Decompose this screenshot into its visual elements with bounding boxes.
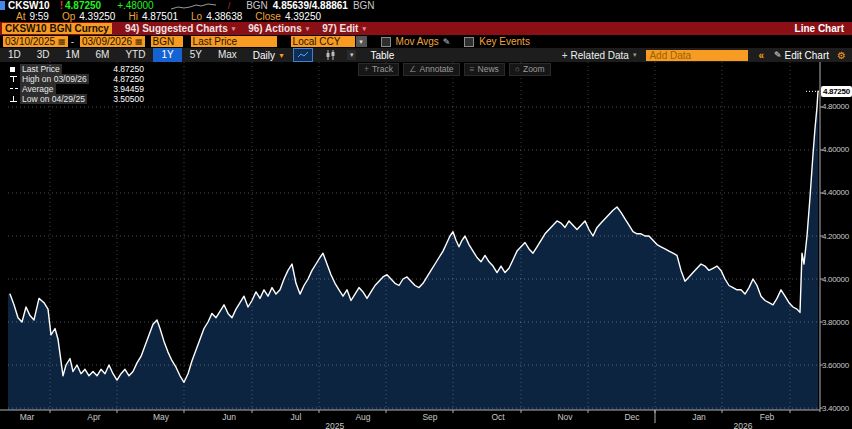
bloomberg-terminal-window: { "colors":{"amber":"#f0a33c","orange_bo…: [0, 0, 852, 429]
legend-label: High on 03/09/26: [20, 74, 89, 84]
x-axis-year-label: 2025: [325, 421, 344, 429]
security-box[interactable]: CKSW10 BGN Curncy: [2, 23, 112, 34]
currency-selector[interactable]: Local CCY: [291, 36, 355, 47]
legend-row: Average3.94459: [10, 84, 144, 94]
y-axis-tick-label: 4.00000: [822, 275, 849, 284]
legend-value: 4.87250: [113, 74, 144, 84]
quote-stat: Op4.39250: [62, 11, 116, 22]
legend-row: Last Price4.87250: [10, 64, 144, 74]
menu-item--suggested-charts[interactable]: 94) Suggested Charts▾: [125, 23, 235, 34]
price-field-selector[interactable]: Last Price: [191, 36, 277, 47]
frequency-selector[interactable]: Daily ▼: [253, 50, 285, 61]
frequency-value: Daily: [253, 50, 275, 61]
chart-type-dropdown-icon[interactable]: ▾: [347, 50, 357, 60]
price-direction-icon: !: [60, 0, 63, 11]
x-axis-month-label: Feb: [760, 412, 775, 422]
menu-item--actions[interactable]: 96) Actions▾: [248, 23, 309, 34]
last-price: 4.87250: [65, 0, 101, 11]
zoom-button[interactable]: ○Zoom: [509, 63, 551, 76]
currency-dropdown-caret-icon[interactable]: ▾: [356, 36, 367, 47]
line-chart-type-button[interactable]: [293, 48, 313, 62]
news-label: News: [478, 64, 499, 75]
key-events-label[interactable]: Key Events: [479, 36, 530, 47]
x-axis-month-label: Mar: [20, 412, 35, 422]
tab-1y[interactable]: 1Y: [153, 48, 181, 62]
tab-max[interactable]: Max: [210, 48, 245, 62]
collapse-panel-icon[interactable]: «: [758, 50, 764, 61]
topbar-stats: At9:59Op4.39250Hi4.87501Lo4.38638Close4.…: [8, 11, 852, 22]
quote-stat-value: 4.87501: [142, 11, 178, 22]
menu-item--edit[interactable]: 97) Edit▾: [322, 23, 366, 34]
plus-icon: +: [562, 50, 568, 61]
menu-items: 94) Suggested Charts▾96) Actions▾97) Edi…: [112, 23, 366, 34]
candle-chart-type-button[interactable]: [321, 49, 339, 61]
add-data-input[interactable]: Add Data: [646, 50, 748, 61]
related-data-caret-icon: ▾: [633, 51, 637, 59]
related-data-button[interactable]: + Related Data ▾: [562, 50, 637, 61]
legend-value: 3.50500: [113, 94, 144, 104]
low-marker-icon: [10, 95, 20, 103]
news-button[interactable]: ≡News: [464, 63, 505, 76]
pricing-source-field[interactable]: BGN: [151, 36, 183, 47]
mov-avgs-checkbox[interactable]: [381, 37, 391, 47]
period-toolbar: 1D3D1M6MYTD1Y5YMax Daily ▼ ▾ Table + Rel…: [0, 48, 852, 62]
quote-stat-value: 4.38638: [206, 11, 242, 22]
window-handle-icon: [0, 1, 5, 10]
x-axis-month-label: Dec: [624, 412, 639, 422]
y-axis-tick-label: 4.80000: [822, 102, 849, 111]
news-icon: ≡: [470, 64, 475, 75]
mov-avgs-label[interactable]: Mov Avgs: [396, 36, 439, 47]
price-line-chart[interactable]: [0, 62, 852, 429]
tab-6m[interactable]: 6M: [88, 48, 118, 62]
track-label: Track: [372, 64, 393, 75]
dropdown-caret-icon: ▾: [306, 25, 310, 33]
legend-label: Last Price: [20, 64, 62, 74]
date-from-field[interactable]: 03/10/2025 ▦: [3, 36, 68, 47]
annotate-button[interactable]: ∠Annotate: [403, 63, 460, 76]
legend-label: Low on 04/29/25: [20, 94, 87, 104]
mov-avgs-edit-icon[interactable]: ✎: [443, 37, 451, 47]
calendar-icon[interactable]: ▦: [135, 36, 143, 47]
x-axis-month-label: Oct: [491, 412, 504, 422]
toolbar2-right: + Related Data ▾ Add Data « ✎ Edit Chart…: [562, 50, 852, 61]
period-tabs: 1D3D1M6MYTD1Y5YMax: [0, 48, 245, 62]
annotate-icon: ∠: [409, 64, 417, 75]
key-events-checkbox[interactable]: [464, 37, 474, 47]
edit-chart-button[interactable]: Edit Chart: [785, 50, 829, 61]
tab-ytd[interactable]: YTD: [117, 48, 153, 62]
chart-tools: +Track∠Annotate≡News○Zoom: [358, 63, 551, 76]
price-change: +.48000: [117, 0, 153, 11]
chart-panel: Last Price4.87250High on 03/09/264.87250…: [0, 62, 852, 429]
date-to-field[interactable]: 03/09/2026 ▦: [80, 36, 145, 47]
y-axis-tick-label: 3.80000: [822, 318, 849, 327]
high-marker-icon: [10, 75, 20, 83]
tab-3d[interactable]: 3D: [29, 48, 58, 62]
bid-ask: 4.85639/4.88861: [273, 0, 348, 11]
quote-stat-label: Op: [62, 11, 75, 22]
chart-legend: Last Price4.87250High on 03/09/264.87250…: [10, 64, 144, 104]
tab-1m[interactable]: 1M: [58, 48, 88, 62]
x-axis-month-label: Apr: [87, 412, 100, 422]
x-axis-month-label: Nov: [557, 412, 572, 422]
date-from-value: 03/10/2025: [5, 36, 55, 47]
quote-stat-label: At: [16, 11, 25, 22]
dropdown-caret-icon: ▾: [232, 25, 236, 33]
quote-stat-label: Hi: [128, 11, 137, 22]
y-axis-tick-label: 4.20000: [822, 232, 849, 241]
x-axis-month-label: Aug: [355, 412, 370, 422]
tick-mark-icon: /: [228, 1, 231, 11]
tab-1d[interactable]: 1D: [0, 48, 29, 62]
quote-stat-value: 9:59: [29, 11, 48, 22]
legend-label: Average: [20, 84, 56, 94]
chart-settings-toolbar: 03/10/2025 ▦ - 03/09/2026 ▦ BGN Last Pri…: [0, 35, 852, 48]
edit-chart-pencil-icon[interactable]: ✎: [774, 50, 782, 60]
quote-stat: Close4.39250: [255, 11, 321, 22]
chart-type-label: Line Chart: [795, 23, 844, 34]
table-button[interactable]: Table: [370, 50, 394, 61]
x-axis-month-label: Sep: [422, 412, 437, 422]
track-button[interactable]: +Track: [358, 63, 399, 76]
x-axis-month-label: May: [153, 412, 169, 422]
gear-icon[interactable]: ⚙: [837, 50, 846, 61]
calendar-icon[interactable]: ▦: [58, 36, 66, 47]
tab-5y[interactable]: 5Y: [182, 48, 210, 62]
